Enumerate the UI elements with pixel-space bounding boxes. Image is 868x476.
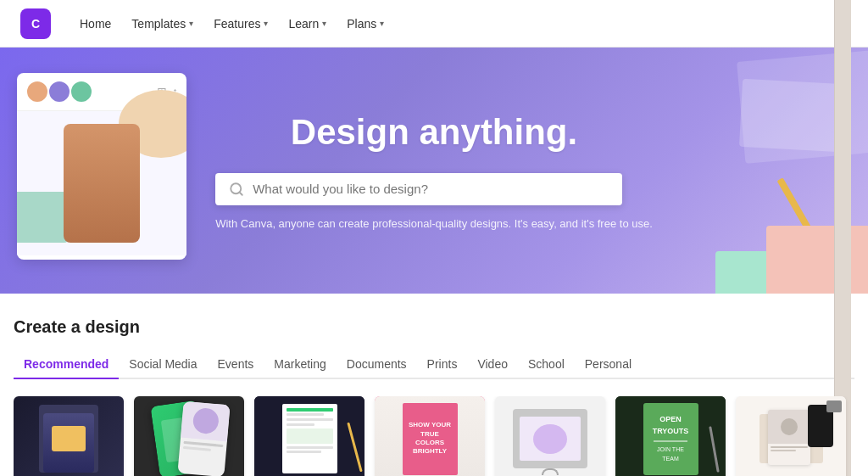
chevron-down-icon: ▾ xyxy=(264,19,268,28)
chevron-down-icon: ▾ xyxy=(189,19,193,28)
tab-prints[interactable]: Prints xyxy=(417,350,468,379)
nav-features[interactable]: Features ▾ xyxy=(205,12,276,36)
tab-social-media[interactable]: Social Media xyxy=(119,350,207,379)
design-card-flyer[interactable]: OPENTRYOUTS JOIN THE TEAM Flyer xyxy=(615,396,726,476)
hero-search-bar xyxy=(215,173,622,205)
canvas-person xyxy=(64,124,140,243)
canva-logo[interactable]: C xyxy=(20,8,51,39)
design-cards-list: Instagram Post xyxy=(14,396,854,476)
nav-links: Home Templates ▾ Features ▾ Learn ▾ Plan… xyxy=(71,12,392,36)
hero-left-decoration: ⊞ ↑ xyxy=(0,48,203,294)
hero-subtitle: With Canva, anyone can create profession… xyxy=(215,217,653,230)
nav-templates[interactable]: Templates ▾ xyxy=(123,12,202,36)
chevron-down-icon: ▾ xyxy=(322,19,326,28)
create-section-title: Create a design xyxy=(14,317,854,337)
nav-plans[interactable]: Plans ▾ xyxy=(338,12,392,36)
design-thumbnail-flyer: OPENTRYOUTS JOIN THE TEAM xyxy=(615,396,726,476)
hero-banner: ⊞ ↑ Design anything. With Canva, anyone … xyxy=(0,48,868,294)
tab-recommended[interactable]: Recommended xyxy=(14,350,119,379)
canvas-shape xyxy=(17,192,68,243)
svg-line-1 xyxy=(240,192,242,194)
navbar: C Home Templates ▾ Features ▾ Learn ▾ Pl… xyxy=(0,0,868,48)
avatar xyxy=(25,80,49,104)
hero-content: Design anything. With Canva, anyone can … xyxy=(215,112,653,230)
design-card-instagram-post[interactable]: Instagram Post xyxy=(14,396,124,476)
tab-marketing[interactable]: Marketing xyxy=(264,350,336,379)
tab-documents[interactable]: Documents xyxy=(337,350,417,379)
canvas-mockup: ⊞ ↑ xyxy=(17,73,186,260)
design-thumbnail-facebook xyxy=(495,396,605,476)
design-card-report[interactable]: Report xyxy=(254,396,364,476)
design-category-tabs: Recommended Social Media Events Marketin… xyxy=(14,350,854,379)
design-thumbnail-report xyxy=(254,396,364,476)
design-card-social-media[interactable]: Social Media xyxy=(134,396,244,476)
canvas-body xyxy=(17,111,186,255)
tab-personal[interactable]: Personal xyxy=(575,350,642,379)
tab-video[interactable]: Video xyxy=(467,350,518,379)
create-design-section: Create a design Recommended Social Media… xyxy=(0,294,868,476)
design-thumbnail-poster: SHOW YOUR TRUE COLORS BRIGHTLY xyxy=(375,396,485,476)
avatar xyxy=(70,80,93,104)
design-thumbnail-social xyxy=(134,396,244,476)
design-card-facebook-post[interactable]: Facebook Post xyxy=(495,396,605,476)
chevron-down-icon: ▾ xyxy=(380,19,384,28)
hero-title: Design anything. xyxy=(215,112,653,153)
design-card-card[interactable]: Card xyxy=(736,396,846,476)
design-card-poster[interactable]: SHOW YOUR TRUE COLORS BRIGHTLY Poster xyxy=(375,396,485,476)
deco-shape xyxy=(766,226,868,294)
nav-learn[interactable]: Learn ▾ xyxy=(280,12,335,36)
search-icon xyxy=(229,182,244,197)
tab-events[interactable]: Events xyxy=(208,350,264,379)
deco-shape xyxy=(739,79,844,152)
avatar xyxy=(47,80,71,104)
nav-home[interactable]: Home xyxy=(71,12,120,36)
design-thumbnail-card xyxy=(736,396,846,476)
design-thumbnail-instagram xyxy=(14,396,124,476)
hero-search-input[interactable] xyxy=(253,182,609,196)
tab-school[interactable]: School xyxy=(518,350,575,379)
